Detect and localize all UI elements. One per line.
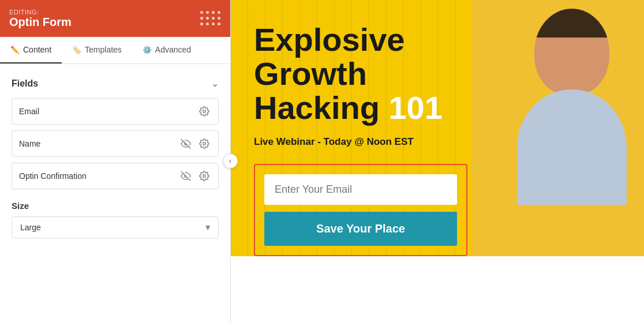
right-preview: Explosive Growth Hacking 101 Live Webina… xyxy=(231,0,644,256)
field-label-optin: Optin Confirmation xyxy=(19,171,179,181)
left-panel: EDITING: Optin Form ✏️ Content 🏷️ Templa… xyxy=(0,0,231,322)
svg-point-4 xyxy=(203,175,206,178)
gear-icon-name[interactable] xyxy=(197,137,211,151)
headline: Explosive Growth Hacking 101 xyxy=(254,23,621,125)
size-select-wrapper: Small Medium Large Extra Large ▼ xyxy=(12,216,219,238)
tab-templates[interactable]: 🏷️ Templates xyxy=(62,37,132,63)
email-input[interactable] xyxy=(264,174,457,205)
gear-icon-email[interactable] xyxy=(197,104,211,118)
svg-point-0 xyxy=(203,110,206,113)
fields-section-header: Fields ⌄ xyxy=(12,78,219,89)
field-label-email: Email xyxy=(19,107,197,116)
tab-content-label: Content xyxy=(23,45,51,54)
panel-header-left: EDITING: Optin Form xyxy=(9,9,72,29)
fields-title: Fields xyxy=(12,78,38,89)
headline-number: 101 xyxy=(388,89,442,126)
panel-header: EDITING: Optin Form xyxy=(0,0,230,37)
field-actions-optin xyxy=(179,169,211,183)
tab-templates-label: Templates xyxy=(85,45,122,54)
field-actions-name xyxy=(179,137,211,151)
eye-off-icon-name[interactable] xyxy=(179,137,193,151)
dots-grid-icon[interactable] xyxy=(200,11,221,26)
size-section: Size Small Medium Large Extra Large ▼ xyxy=(12,201,219,238)
fields-chevron-icon[interactable]: ⌄ xyxy=(211,78,219,89)
panel-title: Optin Form xyxy=(9,16,72,29)
field-label-name: Name xyxy=(19,139,179,148)
gear-icon-optin[interactable] xyxy=(197,169,211,183)
templates-icon: 🏷️ xyxy=(72,46,81,54)
tab-advanced-label: Advanced xyxy=(155,45,191,54)
field-actions-email xyxy=(197,104,211,118)
eye-off-icon-optin[interactable] xyxy=(179,169,193,183)
preview-wrapper: ‹ Explosive Growth Hacking 101 Live Webi… xyxy=(231,0,644,322)
tabs-bar: ✏️ Content 🏷️ Templates ⚙️ Advanced xyxy=(0,37,230,64)
tab-advanced[interactable]: ⚙️ Advanced xyxy=(132,37,201,63)
field-row-optin: Optin Confirmation xyxy=(12,163,219,189)
svg-point-2 xyxy=(203,143,206,145)
optin-form-area: Save Your Place xyxy=(254,164,467,256)
headline-line1: Explosive xyxy=(254,21,405,58)
advanced-icon: ⚙️ xyxy=(143,46,152,54)
content-icon: ✏️ xyxy=(10,46,20,54)
field-row-email: Email xyxy=(12,98,219,125)
subheadline: Live Webinar - Today @ Noon EST xyxy=(254,136,621,148)
headline-line2: Growth xyxy=(254,55,367,92)
size-label: Size xyxy=(12,201,219,211)
headline-line3: Hacking xyxy=(254,89,380,126)
preview-content: Explosive Growth Hacking 101 Live Webina… xyxy=(231,0,644,256)
panel-content: Fields ⌄ Email Name xyxy=(0,64,230,322)
size-select[interactable]: Small Medium Large Extra Large xyxy=(12,216,219,238)
cta-button[interactable]: Save Your Place xyxy=(264,212,457,246)
collapse-panel-button[interactable]: ‹ xyxy=(223,153,238,169)
tab-content[interactable]: ✏️ Content xyxy=(0,37,62,63)
field-row-name: Name xyxy=(12,130,219,157)
editing-label: EDITING: xyxy=(9,9,72,16)
